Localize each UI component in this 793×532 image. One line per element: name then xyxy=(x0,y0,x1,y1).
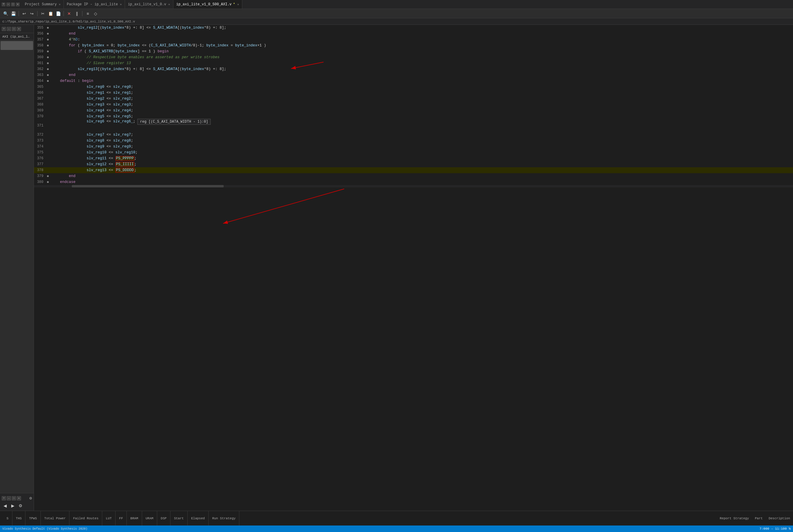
copy-button[interactable]: 📋 xyxy=(47,10,54,17)
table-row: 378 slv_reg13 <= PS_DDDDD; xyxy=(34,167,793,173)
sidebar-scroll-thumb[interactable] xyxy=(1,41,33,50)
part-label: Part xyxy=(755,517,762,520)
line-number: 368 xyxy=(34,102,46,108)
sidebar-close-btn[interactable]: ✕ xyxy=(17,27,21,31)
bottom-tab-s[interactable]: S xyxy=(3,511,13,526)
bottom-tab-bram[interactable]: BRAM xyxy=(127,511,142,526)
table-row: 373 slv_reg8 <= slv_reg8; xyxy=(34,138,793,144)
status-text: Vivado Synthesis Default (Vivado Synthes… xyxy=(2,527,88,531)
sidebar-help-btn[interactable]: ? xyxy=(2,27,6,31)
tab-modified-indicator: * xyxy=(233,2,235,6)
bottom-tab-ff[interactable]: FF xyxy=(116,511,127,526)
maximize-btn[interactable]: □ xyxy=(11,3,15,6)
line-number: 379 xyxy=(34,173,46,179)
close-btn[interactable]: ✕ xyxy=(16,3,19,6)
sidebar-min-btn[interactable]: — xyxy=(7,27,11,31)
bottom-tabs: S THS TPWS Total Power Failed Routes LUT… xyxy=(3,511,239,526)
code-content: slv_reg0 <= slv_reg0; xyxy=(50,84,793,90)
code-content: end xyxy=(50,72,793,78)
line-number: 360 xyxy=(34,54,46,60)
code-content: slv_reg2 <= slv_reg2; xyxy=(50,96,793,102)
delete-button[interactable]: ✕ xyxy=(66,10,72,17)
sb-back-btn[interactable]: ◀ xyxy=(2,502,8,509)
table-row: 366 slv_reg1 <= slv_reg1; xyxy=(34,90,793,96)
sb-help-btn[interactable]: ? xyxy=(2,496,6,500)
bottom-tab-uram[interactable]: URAM xyxy=(142,511,157,526)
line-number: 361 xyxy=(34,60,46,66)
line-number: 380 xyxy=(34,179,46,185)
sidebar-scrollbar[interactable] xyxy=(0,40,34,493)
bottom-tab-run-strategy[interactable]: Run Strategy xyxy=(209,511,239,526)
code-table: 355 slv_reg12[(byte_index*8) +: 8] <= S_… xyxy=(34,25,793,185)
cut-button[interactable]: ✂ xyxy=(40,10,46,17)
marker-button[interactable]: ◇ xyxy=(92,10,99,17)
code-content: 4'hD: xyxy=(50,37,793,42)
main-layout: ? — □ ✕ AXI (ip_axi_lite_v1_0_S... ? — □… xyxy=(0,25,793,511)
breadcrumb: c:/fpga_share/ip_repo/ip_axi_lite_1.0/hd… xyxy=(0,18,793,25)
gutter xyxy=(46,144,50,150)
list-button[interactable]: ≡ xyxy=(84,10,91,17)
sb-gear-btn[interactable]: ⚙ xyxy=(17,502,24,509)
undo-button[interactable]: ↩ xyxy=(21,10,27,17)
redo-button[interactable]: ↪ xyxy=(28,10,35,17)
line-number: 364 xyxy=(34,78,46,84)
tab-close-icon[interactable]: ✕ xyxy=(120,3,122,6)
table-row: 370 slv_reg5 <= slv_reg5; xyxy=(34,114,793,119)
bottom-tab-ths[interactable]: THS xyxy=(13,511,26,526)
code-hscrollbar[interactable] xyxy=(34,185,793,187)
status-bar: Vivado Synthesis Default (Vivado Synthes… xyxy=(0,526,793,532)
tab-project-summary[interactable]: Project Summary ✕ xyxy=(22,0,64,8)
cursor-position: 7:000 - 11:100 % xyxy=(759,527,791,531)
bottom-tab-total-power[interactable]: Total Power xyxy=(41,511,70,526)
tab-package-ip[interactable]: Package IP - ip_axi_lite ✕ xyxy=(64,0,125,8)
sb-min-btn[interactable]: — xyxy=(7,496,11,500)
bottom-tab-tpws[interactable]: TPWS xyxy=(25,511,40,526)
gutter xyxy=(46,25,50,31)
gutter xyxy=(46,42,50,49)
code-content: default : begin xyxy=(50,78,793,84)
table-row: 358 for ( byte_index = 0; byte_index <= … xyxy=(34,42,793,49)
tab-s00-axi[interactable]: ip_axi_lite_v1_0_S00_AXI.v * ✕ xyxy=(173,0,242,8)
bottom-tab-failed-routes[interactable]: Failed Routes xyxy=(70,511,102,526)
sidebar-header: ? — □ ✕ xyxy=(0,25,34,33)
sb-max-btn[interactable]: □ xyxy=(12,496,16,500)
table-row: 356 end xyxy=(34,31,793,37)
toolbar-separator xyxy=(19,11,19,16)
toolbar-separator4 xyxy=(82,11,82,16)
table-row: 363 end xyxy=(34,72,793,78)
sb-forward-btn[interactable]: ▶ xyxy=(9,502,16,509)
sidebar-header-controls: ? — □ ✕ xyxy=(2,27,21,31)
toolbar-separator2 xyxy=(37,11,38,16)
gutter xyxy=(46,54,50,60)
sb-gear-icon[interactable]: ⚙ xyxy=(30,496,32,501)
bottom-tab-start[interactable]: Start xyxy=(171,511,188,526)
title-controls[interactable]: ? — □ ✕ xyxy=(2,3,19,6)
paste-button[interactable]: 📄 xyxy=(55,10,61,17)
bottom-tab-lut[interactable]: LUT xyxy=(102,511,116,526)
search-button[interactable]: 🔍 xyxy=(2,10,9,17)
tab-bar: Project Summary ✕ Package IP - ip_axi_li… xyxy=(22,0,242,8)
line-number: 358 xyxy=(34,42,46,49)
tooltip-popup: reg [(C_S_AXI_DATA_WIDTH - 1):0] xyxy=(137,119,211,125)
tab-ip-v1[interactable]: ip_axi_lite_v1_0.v ✕ xyxy=(125,0,173,8)
code-editor[interactable]: 355 slv_reg12[(byte_index*8) +: 8] <= S_… xyxy=(34,25,793,511)
line-number: 373 xyxy=(34,138,46,144)
save-button[interactable]: 💾 xyxy=(10,10,17,17)
help-btn[interactable]: ? xyxy=(2,3,5,6)
tab-close-icon[interactable]: ✕ xyxy=(59,3,61,6)
tab-close-icon[interactable]: ✕ xyxy=(169,3,170,6)
table-row: 369 slv_reg4 <= slv_reg4; xyxy=(34,108,793,114)
sb-close-btn[interactable]: ✕ xyxy=(17,496,21,500)
line-number: 377 xyxy=(34,162,46,167)
pause-button[interactable]: ‖ xyxy=(74,10,80,17)
bottom-tab-elapsed[interactable]: Elapsed xyxy=(188,511,209,526)
line-number: 367 xyxy=(34,96,46,102)
table-row: 364 default : begin xyxy=(34,78,793,84)
table-row: 380 endcase xyxy=(34,179,793,185)
bottom-tab-dsp[interactable]: DSP xyxy=(157,511,171,526)
tab-close-icon[interactable]: ✕ xyxy=(237,3,239,6)
minimize-btn[interactable]: — xyxy=(6,3,10,6)
gutter xyxy=(46,155,50,162)
gutter xyxy=(46,108,50,114)
sidebar-max-btn[interactable]: □ xyxy=(12,27,16,31)
